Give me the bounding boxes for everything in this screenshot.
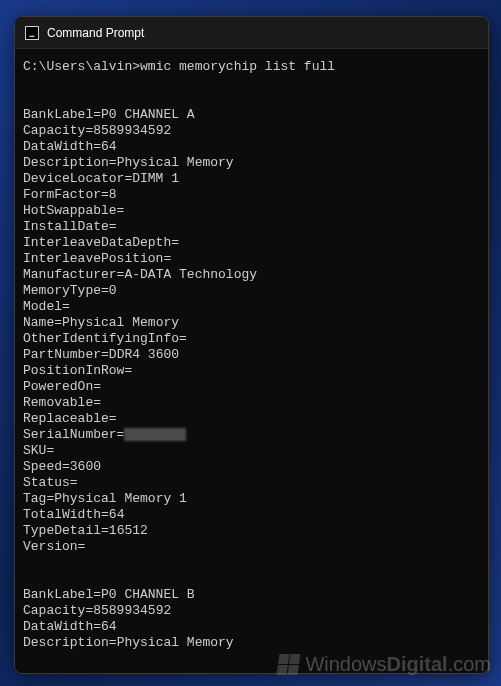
out-line: Speed=3600	[23, 459, 101, 474]
out-line: Replaceable=	[23, 411, 117, 426]
watermark-text: WindowsDigital.com	[305, 653, 491, 676]
out-line: OtherIdentifyingInfo=	[23, 331, 187, 346]
out-line: Description=Physical Memory	[23, 635, 234, 650]
out-line: InstallDate=	[23, 219, 117, 234]
redacted-serial	[124, 428, 186, 441]
out-line: BankLabel=P0 CHANNEL B	[23, 587, 195, 602]
out-line: Version=	[23, 539, 85, 554]
out-line: InterleaveDataDepth=	[23, 235, 179, 250]
out-line: Name=Physical Memory	[23, 315, 179, 330]
out-line: FormFactor=8	[23, 187, 117, 202]
out-line: SKU=	[23, 443, 54, 458]
out-line: Removable=	[23, 395, 101, 410]
out-line: Status=	[23, 475, 78, 490]
out-line: PositionInRow=	[23, 363, 132, 378]
cmd-icon: ▁	[25, 26, 39, 40]
watermark: WindowsDigital.com	[278, 653, 491, 676]
out-line: Model=	[23, 299, 70, 314]
out-line: BankLabel=P0 CHANNEL A	[23, 107, 195, 122]
out-line: MemoryType=0	[23, 283, 117, 298]
titlebar[interactable]: ▁ Command Prompt	[15, 17, 488, 49]
out-line: PoweredOn=	[23, 379, 101, 394]
command-prompt-window: ▁ Command Prompt C:\Users\alvin>wmic mem…	[14, 16, 489, 674]
out-line: InterleavePosition=	[23, 251, 171, 266]
out-line: DataWidth=64	[23, 619, 117, 634]
out-line: TypeDetail=16512	[23, 523, 148, 538]
window-title: Command Prompt	[47, 26, 144, 40]
out-line: DataWidth=64	[23, 139, 117, 154]
terminal-output[interactable]: C:\Users\alvin>wmic memorychip list full…	[15, 49, 488, 661]
out-line: Manufacturer=A-DATA Technology	[23, 267, 257, 282]
out-line: DeviceLocator=DIMM 1	[23, 171, 179, 186]
out-line: TotalWidth=64	[23, 507, 124, 522]
out-line: Capacity=8589934592	[23, 603, 171, 618]
out-line: HotSwappable=	[23, 203, 124, 218]
out-line: Tag=Physical Memory 1	[23, 491, 187, 506]
out-line: PartNumber=DDR4 3600	[23, 347, 179, 362]
out-line: Description=Physical Memory	[23, 155, 234, 170]
windows-logo-icon	[277, 654, 301, 675]
prompt-path: C:\Users\alvin>	[23, 59, 140, 74]
command-text: wmic memorychip list full	[140, 59, 335, 74]
out-line: SerialNumber=	[23, 427, 186, 442]
out-line: Capacity=8589934592	[23, 123, 171, 138]
